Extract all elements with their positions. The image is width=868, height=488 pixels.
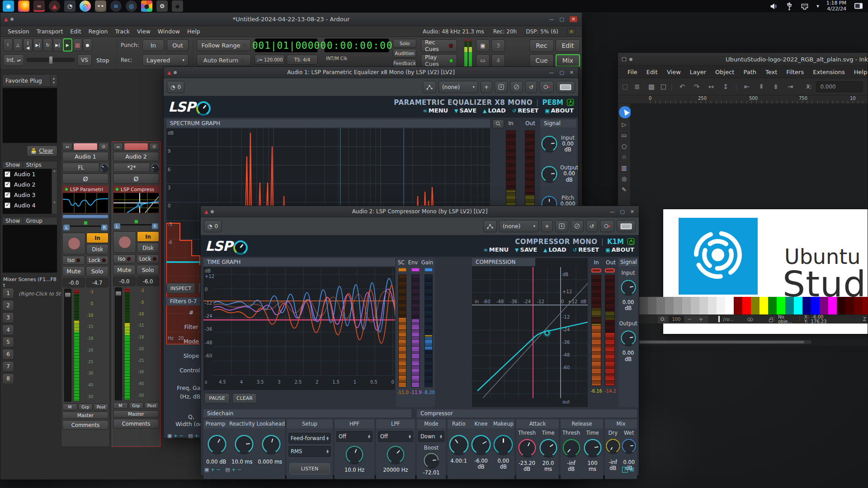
group-icon[interactable]: ▩ — [646, 83, 656, 91]
palette-swatch[interactable] — [760, 297, 768, 314]
gain-display[interactable]: -0.0 — [62, 278, 85, 287]
mixer-scene-button[interactable]: 8 — [2, 373, 14, 384]
strip-hide-button[interactable]: ⊘ — [99, 143, 108, 150]
strip-list-row[interactable]: Audio 4 — [3, 200, 52, 211]
comp-bottom-left-icons[interactable]: ▣ + − ▤ + − — [204, 467, 241, 473]
strip-trim-button[interactable]: *2* — [113, 163, 150, 172]
palette-swatch[interactable] — [751, 297, 760, 314]
favorite-plugins-select[interactable]: Favorite Plug ▴▾ — [2, 74, 57, 87]
inkscape-titlebar[interactable]: ◆ UbuntuStudio-logo-2022_RGB_alt_plain.s… — [618, 53, 868, 66]
eq-titlebar[interactable]: ▲ Audio 1: LSP Parametric Equalizer x8 M… — [164, 67, 578, 78]
boost-knob[interactable] — [424, 453, 439, 468]
comments-button[interactable]: Comments — [62, 420, 108, 430]
in-clip-indicator[interactable] — [591, 268, 601, 272]
minimize-button[interactable]: — — [549, 70, 554, 75]
monitor-input-button[interactable]: In — [137, 231, 159, 242]
tab-mixer[interactable]: Mix — [556, 54, 580, 67]
x-coord-input[interactable]: 0.000 — [816, 81, 863, 92]
bypass-button[interactable] — [571, 220, 584, 232]
error-log-button[interactable] — [567, 28, 576, 35]
panel-app-icon[interactable]: ▲ — [49, 0, 60, 12]
close-button[interactable]: ✕ — [570, 16, 577, 22]
menu-item[interactable]: Layer — [686, 69, 710, 75]
monitor-input-button[interactable]: In — [86, 233, 108, 243]
graph-zoom-button[interactable] — [492, 119, 504, 128]
save-preset-button[interactable] — [555, 220, 568, 232]
keyboard-button[interactable] — [556, 81, 575, 93]
palette-swatch[interactable] — [708, 297, 717, 314]
audition-button[interactable]: Audition — [393, 49, 416, 58]
strip-list-row[interactable]: Audio 2 — [3, 179, 52, 190]
layer-visibility-icon[interactable] — [747, 318, 753, 321]
opacity-plus-button[interactable]: + — [698, 316, 703, 323]
plugin-load-button[interactable]: ▲LOAD — [543, 246, 566, 253]
solo-isolate-button[interactable]: Iso — [62, 256, 85, 265]
latency-button[interactable]: ◔0 — [204, 220, 222, 232]
power-icon[interactable] — [627, 238, 634, 245]
plugin-about-button[interactable]: ▣ABOUT — [545, 107, 574, 114]
attack-time-knob[interactable] — [539, 439, 557, 457]
menu-item[interactable]: Edit — [642, 69, 662, 75]
phase-invert-button[interactable]: Ø — [62, 174, 108, 184]
save-preset-button[interactable] — [495, 81, 508, 93]
comp-titlebar[interactable]: ▲ Audio 2: LSP Compressor Mono (by LSP L… — [201, 206, 639, 217]
strip-width-button[interactable]: ↔ — [113, 143, 123, 150]
output-gain-knob[interactable] — [541, 166, 557, 182]
processor-eq[interactable]: LSP Parametri — [62, 185, 108, 213]
monitor-section-button[interactable]: ▭ — [476, 54, 490, 67]
sc-mode-select[interactable]: Feed-forward▲▼ — [288, 433, 331, 444]
spiral-tool-icon[interactable]: ◎ — [622, 175, 627, 182]
resize-icon[interactable]: ⊠ — [630, 466, 634, 473]
lpf-mode-select[interactable]: Off▲▼ — [378, 431, 413, 442]
horizontal-ruler[interactable]: 0 250 500 750 10 — [618, 95, 868, 104]
add-preset-button[interactable]: + — [541, 220, 553, 232]
transport-button[interactable]: ▶| — [33, 38, 42, 52]
strip-name-button[interactable]: Audio 1 — [62, 152, 108, 161]
checkbox-checked-icon[interactable] — [5, 192, 10, 198]
wet-knob[interactable] — [622, 439, 636, 453]
makeup-knob[interactable] — [493, 435, 513, 455]
tray-expander-icon[interactable]: ▾ — [816, 3, 819, 9]
mixer-strip-audio2[interactable]: ↔ ⊘ Audio 2 *2* Ø LSP Compress — [112, 141, 160, 447]
env-meter-chip[interactable] — [411, 268, 420, 272]
shuttle-control[interactable] — [27, 58, 75, 62]
preset-select[interactable]: (none)▾ — [499, 220, 539, 232]
dry-knob[interactable] — [606, 439, 620, 453]
maximize-button[interactable]: ▢ — [620, 209, 624, 215]
plugin-about-button[interactable]: ▣ABOUT — [605, 246, 634, 253]
sc-meter-chip[interactable] — [398, 268, 406, 272]
output-button[interactable]: Master — [113, 410, 159, 418]
group-button[interactable]: Grp — [78, 404, 93, 410]
punch-out-button[interactable]: Out — [167, 39, 189, 51]
signal-input-knob[interactable] — [621, 280, 636, 295]
pan-control[interactable]: L R — [62, 220, 108, 232]
lsp-logo[interactable]: LSP — [168, 97, 211, 117]
inspect-button[interactable]: INSPECT — [166, 283, 195, 294]
record-arm-button[interactable] — [62, 233, 85, 254]
attack-thresh-knob[interactable] — [518, 439, 536, 457]
preamp-knob[interactable] — [208, 435, 226, 454]
follow-range-toggle[interactable]: Follow Range — [197, 39, 251, 51]
tempo-button[interactable]: ♩= 120.000 — [255, 55, 285, 65]
strip-hide-button[interactable]: ⊘ — [149, 143, 159, 150]
bypass-button[interactable] — [510, 81, 523, 93]
power-icon[interactable] — [567, 99, 574, 106]
plugin-reset-button[interactable]: ↺RESET — [573, 246, 599, 253]
ellipse-tool-icon[interactable]: ○ — [622, 143, 627, 150]
checkbox-checked-icon[interactable] — [5, 202, 10, 208]
tab-cue[interactable]: Cue — [529, 54, 554, 67]
ratio-knob[interactable] — [449, 435, 469, 455]
transport-button[interactable]: |◀ — [23, 38, 33, 52]
mixer-scene-button[interactable]: 1 — [2, 288, 14, 299]
strip-list-row[interactable]: Audio 3 — [3, 190, 52, 200]
palette-swatch[interactable] — [820, 297, 828, 314]
favorite-plugins-list[interactable] — [2, 88, 57, 143]
palette-swatch[interactable] — [639, 297, 648, 314]
group-button[interactable]: Grp — [129, 402, 144, 409]
plugin-active-led[interactable] — [115, 188, 119, 191]
star-tool-icon[interactable]: ☆ — [622, 154, 627, 160]
layer-lock-icon[interactable] — [769, 319, 773, 322]
curve-handle[interactable] — [545, 331, 549, 335]
transport-button[interactable]: ▶| — [53, 38, 62, 52]
menu-item[interactable]: Window — [154, 28, 184, 35]
